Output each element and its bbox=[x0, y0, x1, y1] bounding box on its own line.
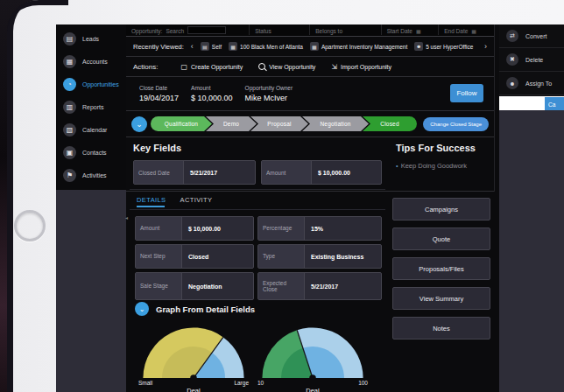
search-icon bbox=[258, 63, 265, 70]
campaigns-button[interactable]: Campaigns bbox=[392, 198, 490, 220]
detail-field-sale-stage[interactable]: Sale Stage Negotiation bbox=[135, 272, 254, 300]
bullet-icon: • bbox=[396, 162, 398, 170]
import-icon: ⇲ bbox=[331, 63, 337, 71]
filter-row: Opportunity: Search Status Belongs to St… bbox=[126, 24, 494, 37]
stage-proposal[interactable]: Proposal bbox=[250, 116, 308, 131]
gauge-chart bbox=[257, 323, 368, 379]
delete-action[interactable]: ✖ Delete bbox=[499, 48, 564, 72]
import-opportunity-action[interactable]: ⇲ Import Opportunity bbox=[331, 63, 391, 71]
stage-closed[interactable]: Closed bbox=[363, 116, 417, 131]
quote-button[interactable]: Quote bbox=[392, 228, 490, 250]
sidebar-item-label: Calendar bbox=[82, 127, 107, 133]
proposals-files-button[interactable]: Proposals/Files bbox=[392, 257, 490, 280]
stage-negotiation[interactable]: Negotiation bbox=[302, 116, 369, 131]
filter-search-input[interactable] bbox=[187, 26, 226, 34]
tablet-photo: ▤ Leads ▦ Accounts ◔ Opportunities ▥ Rep… bbox=[0, 0, 564, 392]
calendar-icon[interactable]: ▦ bbox=[471, 28, 476, 34]
key-fields-title: Key Fields bbox=[133, 143, 181, 153]
convert-icon: ⇄ bbox=[506, 30, 518, 42]
app-sidebar: ▤ Leads ▦ Accounts ◔ Opportunities ▥ Rep… bbox=[56, 24, 126, 392]
sidebar-item-accounts[interactable]: ▦ Accounts bbox=[56, 50, 126, 73]
sidebar-item-label: Reports bbox=[82, 104, 104, 110]
record-actions-panel: ⇄ Convert ✖ Delete ☻ Assign To Ca bbox=[499, 24, 564, 392]
lower-content: ◂ DETAILS ACTIVITY Amount $ 10,000.00 bbox=[126, 187, 494, 192]
details-tabs: DETAILS ACTIVITY bbox=[130, 190, 385, 210]
assign-input[interactable] bbox=[501, 98, 543, 110]
collapse-stage-icon[interactable]: ⌄ bbox=[131, 116, 147, 132]
delete-icon: ✖ bbox=[506, 53, 518, 66]
recent-item-self[interactable]: ▤ Self bbox=[201, 42, 222, 51]
collapse-graph-icon[interactable]: ⌄ bbox=[135, 302, 149, 316]
sidebar-item-calendar[interactable]: ▧ Calendar bbox=[56, 118, 126, 141]
recent-item-apartment-inventory[interactable]: ▦ Apartment Inventory Management bbox=[310, 42, 407, 51]
create-document-icon: ▢ bbox=[180, 63, 187, 71]
recently-viewed-row: Recently Viewed: ‹ ▤ Self ▦ 100 Black Me… bbox=[126, 37, 494, 57]
document-icon: ▤ bbox=[201, 42, 209, 51]
convert-action[interactable]: ⇄ Convert bbox=[499, 24, 564, 48]
detail-field-next-step[interactable]: Next Step Closed bbox=[135, 244, 254, 269]
notes-button[interactable]: Notes bbox=[392, 317, 490, 340]
graph-section-heading: ⌄ Graph From Detail Fields bbox=[135, 302, 255, 316]
sidebar-item-label: Opportunities bbox=[82, 81, 119, 88]
accounts-icon: ▦ bbox=[63, 55, 76, 68]
gauge-min-label: 10 bbox=[257, 380, 264, 386]
recent-item-100-black-men[interactable]: ▦ 100 Black Men of Atlanta bbox=[229, 42, 303, 51]
amount-keyfield[interactable]: Amount $ 10,000.00 bbox=[261, 160, 382, 185]
panel-action-button[interactable]: Ca bbox=[545, 97, 564, 111]
organization-icon: ▦ bbox=[310, 42, 319, 51]
assign-to-action[interactable]: ☻ Assign To bbox=[499, 72, 564, 95]
sidebar-item-contacts[interactable]: ▣ Contacts bbox=[56, 141, 126, 164]
gauge-title: Deal bbox=[138, 387, 249, 392]
detail-field-expected-close[interactable]: Expected Close 5/21/2017 bbox=[257, 272, 382, 300]
view-summary-button[interactable]: View Summary bbox=[392, 287, 490, 310]
active-tab-underline bbox=[137, 206, 165, 207]
opportunity-owner-field: Opportunity Owner Mike McIver bbox=[245, 85, 293, 102]
calendar-icon: ▧ bbox=[63, 123, 76, 136]
gauge-charts: Small Large Deal 10 100 bbox=[138, 323, 368, 392]
follow-button[interactable]: Follow bbox=[450, 84, 483, 102]
gauge-max-label: 100 bbox=[358, 380, 368, 386]
stage-bar: ⌄ Qualification Demo Proposal Negotiatio… bbox=[126, 111, 494, 137]
filter-column-end-date[interactable]: End Date ▦ bbox=[438, 24, 494, 35]
sidebar-item-label: Contacts bbox=[82, 150, 107, 156]
filter-column-status[interactable]: Status bbox=[249, 24, 309, 35]
assign-user-icon: ☻ bbox=[506, 77, 518, 89]
tips-title: Tips For Success bbox=[396, 143, 476, 153]
stage-demo[interactable]: Demo bbox=[206, 116, 257, 131]
gauge-chart bbox=[138, 323, 249, 379]
chevron-left-icon[interactable]: ‹ bbox=[191, 43, 194, 51]
sidebar-item-activities[interactable]: ⚑ Activities bbox=[56, 164, 126, 186]
recent-item-hyperoffice[interactable]: ☻ 5 user HyperOffice bbox=[414, 42, 473, 51]
create-opportunity-action[interactable]: ▢ Create Opportunity bbox=[180, 63, 243, 71]
gauge-title: Deal bbox=[257, 387, 368, 392]
filter-search-cell[interactable]: Opportunity: Search bbox=[126, 24, 249, 35]
filter-row-content: Opportunity: Search Status Belongs to St… bbox=[126, 24, 494, 35]
resize-handle-icon[interactable]: ◂ bbox=[125, 214, 128, 220]
details-card: ◂ DETAILS ACTIVITY Amount $ 10,000.00 bbox=[130, 189, 385, 192]
calendar-icon[interactable]: ▦ bbox=[416, 28, 421, 34]
filter-column-belongs-to[interactable]: Belongs to bbox=[309, 24, 380, 35]
sidebar-item-label: Activities bbox=[82, 172, 107, 178]
detail-field-amount[interactable]: Amount $ 10,000.00 bbox=[135, 216, 254, 241]
chevron-right-icon[interactable]: › bbox=[484, 43, 487, 51]
filter-search-text: Search bbox=[166, 28, 184, 34]
sidebar-item-opportunities[interactable]: ◔ Opportunities bbox=[56, 73, 126, 95]
home-button[interactable] bbox=[14, 210, 46, 242]
sidebar-item-leads[interactable]: ▤ Leads bbox=[56, 27, 126, 50]
sidebar-item-reports[interactable]: ▥ Reports bbox=[56, 95, 126, 118]
detail-field-type[interactable]: Type Existing Business bbox=[257, 244, 382, 269]
tab-details[interactable]: DETAILS bbox=[137, 196, 166, 204]
panel-empty-area bbox=[499, 110, 564, 392]
amount-field: Amount $ 10,000.00 bbox=[191, 85, 233, 102]
closed-date-keyfield[interactable]: Closed Date 5/21/2017 bbox=[133, 160, 256, 185]
filter-column-start-date[interactable]: Start Date ▦ bbox=[381, 24, 439, 35]
filter-search-label: Opportunity: bbox=[131, 28, 162, 34]
change-closed-stage-button[interactable]: Change Closed Stage bbox=[423, 117, 489, 131]
detail-field-percentage[interactable]: Percentage 15% bbox=[257, 216, 382, 241]
view-opportunity-action[interactable]: View Opportunity bbox=[258, 63, 315, 70]
stage-qualification[interactable]: Qualification bbox=[151, 116, 212, 131]
deal-size-gauge: Small Large Deal bbox=[138, 323, 249, 392]
graph-title: Graph From Detail Fields bbox=[156, 304, 255, 314]
recently-viewed-label: Recently Viewed: bbox=[133, 43, 184, 51]
tab-activity[interactable]: ACTIVITY bbox=[180, 196, 213, 204]
